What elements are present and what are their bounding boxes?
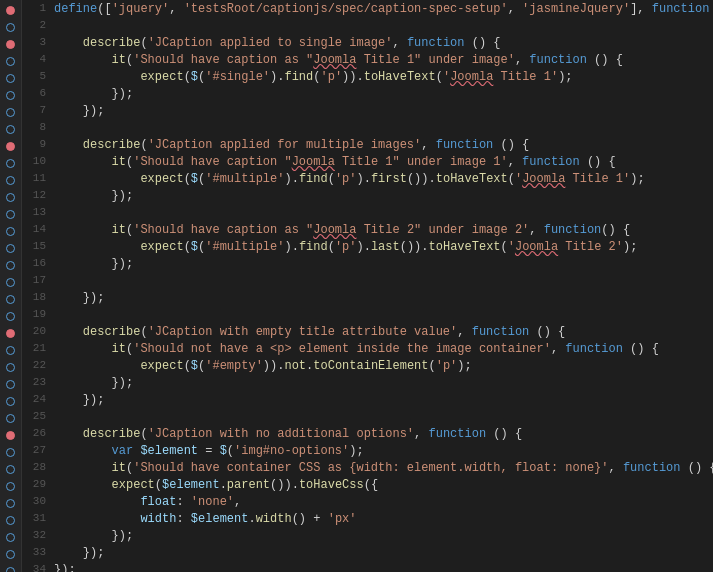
- gutter-marker: [2, 2, 20, 19]
- gutter-marker: [2, 70, 20, 87]
- code-line: 18 });: [22, 291, 713, 308]
- code-line: 8: [22, 121, 713, 138]
- gutter-marker: [2, 444, 20, 461]
- code-line: 26 describe('JCaption with no additional…: [22, 427, 713, 444]
- code-line: 15 expect($('#multiple').find('p').last(…: [22, 240, 713, 257]
- gutter-marker: [2, 461, 20, 478]
- gutter-marker: [2, 240, 20, 257]
- gutter-marker: [2, 495, 20, 512]
- code-editor: 1 define(['jquery', 'testsRoot/captionjs…: [0, 0, 713, 572]
- code-line: 11 expect($('#multiple').find('p').first…: [22, 172, 713, 189]
- code-line: 10 it('Should have caption "Joomla Title…: [22, 155, 713, 172]
- code-line: 13: [22, 206, 713, 223]
- gutter-marker: [2, 257, 20, 274]
- code-line: 4 it('Should have caption as "Joomla Tit…: [22, 53, 713, 70]
- code-area[interactable]: 1 define(['jquery', 'testsRoot/captionjs…: [22, 0, 713, 572]
- code-line: 19: [22, 308, 713, 325]
- code-line: 20 describe('JCaption with empty title a…: [22, 325, 713, 342]
- code-line: 28 it('Should have container CSS as {wid…: [22, 461, 713, 478]
- code-line: 2: [22, 19, 713, 36]
- gutter-marker: [2, 53, 20, 70]
- code-line: 16 });: [22, 257, 713, 274]
- gutter-marker: [2, 410, 20, 427]
- code-line: 17: [22, 274, 713, 291]
- gutter-marker: [2, 359, 20, 376]
- gutter-marker: [2, 104, 20, 121]
- gutter-marker: [2, 393, 20, 410]
- gutter-marker: [2, 121, 20, 138]
- code-line: 7 });: [22, 104, 713, 121]
- gutter-marker: [2, 546, 20, 563]
- gutter-marker: [2, 291, 20, 308]
- gutter-marker: [2, 529, 20, 546]
- code-line: 25: [22, 410, 713, 427]
- gutter-marker: [2, 427, 20, 444]
- code-line: 3 describe('JCaption applied to single i…: [22, 36, 713, 53]
- gutter-marker: [2, 138, 20, 155]
- code-line: 1 define(['jquery', 'testsRoot/captionjs…: [22, 2, 713, 19]
- code-line: 12 });: [22, 189, 713, 206]
- gutter-marker: [2, 19, 20, 36]
- gutter-marker: [2, 274, 20, 291]
- gutter-marker: [2, 155, 20, 172]
- code-line: 21 it('Should not have a <p> element ins…: [22, 342, 713, 359]
- gutter-marker: [2, 512, 20, 529]
- gutter-marker: [2, 87, 20, 104]
- gutter-marker: [2, 563, 20, 572]
- code-line: 22 expect($('#empty')).not.toContainElem…: [22, 359, 713, 376]
- code-line: 9 describe('JCaption applied for multipl…: [22, 138, 713, 155]
- code-line: 27 var $element = $('img#no-options');: [22, 444, 713, 461]
- code-line: 30 float: 'none',: [22, 495, 713, 512]
- gutter-marker: [2, 342, 20, 359]
- code-line: 31 width: $element.width() + 'px': [22, 512, 713, 529]
- code-line: 5 expect($('#single').find('p')).toHaveT…: [22, 70, 713, 87]
- code-line: 32 });: [22, 529, 713, 546]
- code-line: 34 });: [22, 563, 713, 572]
- gutter-marker: [2, 478, 20, 495]
- code-line: 23 });: [22, 376, 713, 393]
- gutter-marker: [2, 376, 20, 393]
- code-line: 24 });: [22, 393, 713, 410]
- gutter-marker: [2, 223, 20, 240]
- code-line: 33 });: [22, 546, 713, 563]
- gutter-marker: [2, 206, 20, 223]
- gutter-marker: [2, 325, 20, 342]
- code-line: 14 it('Should have caption as "Joomla Ti…: [22, 223, 713, 240]
- gutter-marker: [2, 308, 20, 325]
- code-line: 29 expect($element.parent()).toHaveCss({: [22, 478, 713, 495]
- gutter-marker: [2, 172, 20, 189]
- code-line: 6 });: [22, 87, 713, 104]
- gutter: [0, 0, 22, 572]
- gutter-marker: [2, 36, 20, 53]
- gutter-marker: [2, 189, 20, 206]
